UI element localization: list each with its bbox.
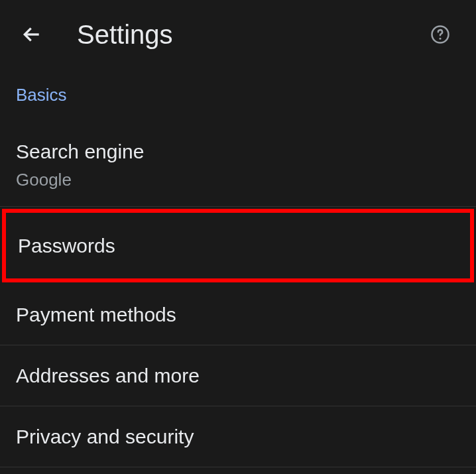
item-subtitle: Google: [16, 170, 460, 190]
section-header-basics: Basics: [0, 66, 476, 124]
svg-point-2: [440, 38, 442, 40]
back-arrow-icon[interactable]: [20, 23, 44, 46]
item-title: Search engine: [16, 139, 460, 164]
list-item-search-engine[interactable]: Search engine Google: [0, 124, 476, 207]
list-item-payment-methods[interactable]: Payment methods: [0, 284, 476, 345]
help-icon[interactable]: [428, 23, 452, 46]
item-title: Payment methods: [16, 302, 460, 327]
list-item-addresses[interactable]: Addresses and more: [0, 345, 476, 406]
app-header: Settings: [0, 0, 476, 66]
page-title: Settings: [77, 20, 428, 50]
list-item-passwords[interactable]: Passwords: [2, 209, 474, 282]
item-title: Addresses and more: [16, 363, 460, 388]
list-item-privacy-security[interactable]: Privacy and security: [0, 406, 476, 467]
item-title: Passwords: [18, 233, 458, 259]
item-title: Privacy and security: [16, 424, 460, 449]
